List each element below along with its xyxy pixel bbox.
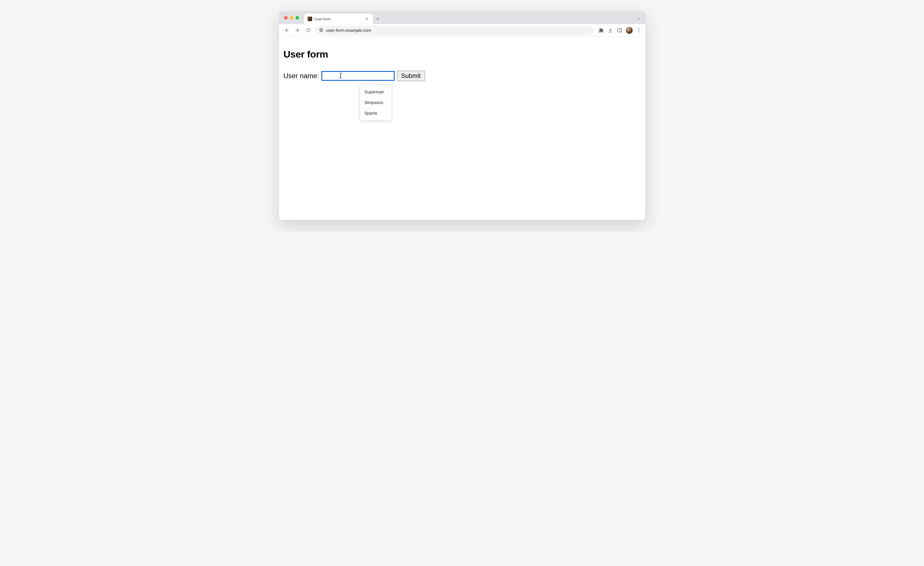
window-maximize-button[interactable]	[296, 16, 299, 20]
reload-button[interactable]	[304, 26, 313, 35]
user-form-row: User name: Submit Superman Simpsons Spar…	[284, 71, 641, 81]
address-bar[interactable]: user-form.example.com	[315, 26, 594, 35]
browser-tab[interactable]: User form ×	[304, 14, 373, 24]
chevron-down-icon: ⌄	[637, 15, 641, 20]
window-close-button[interactable]	[284, 16, 288, 20]
panel-icon	[617, 28, 622, 33]
username-label: User name:	[284, 72, 319, 80]
tab-title: User form	[315, 17, 362, 21]
menu-button[interactable]	[636, 27, 642, 33]
toolbar-actions	[596, 27, 642, 34]
extensions-button[interactable]	[598, 27, 604, 33]
url-text: user-form.example.com	[326, 28, 371, 33]
toolbar: user-form.example.com	[279, 24, 645, 37]
forward-button[interactable]	[293, 26, 302, 35]
autocomplete-item[interactable]: Superman	[360, 86, 392, 97]
window-controls	[279, 16, 299, 20]
arrow-left-icon	[284, 28, 289, 33]
sidepanel-button[interactable]	[616, 27, 622, 33]
favicon-icon	[308, 17, 312, 21]
page-content: User form User name: Submit Superman Sim…	[279, 37, 645, 220]
puzzle-icon	[598, 28, 604, 33]
window-minimize-button[interactable]	[290, 16, 293, 20]
downloads-button[interactable]	[608, 27, 613, 33]
autocomplete-dropdown: Superman Simpsons Sparta	[360, 84, 392, 120]
autocomplete-item[interactable]: Simpsons	[360, 97, 392, 108]
arrow-right-icon	[295, 28, 300, 33]
username-input[interactable]	[321, 71, 394, 81]
profile-avatar[interactable]	[626, 27, 633, 34]
back-button[interactable]	[282, 26, 291, 35]
autocomplete-item[interactable]: Sparta	[360, 108, 392, 118]
reload-icon	[306, 28, 311, 33]
close-tab-icon[interactable]: ×	[364, 17, 369, 21]
kebab-icon	[638, 28, 639, 32]
new-tab-button[interactable]: +	[376, 14, 380, 24]
titlebar: User form × + ⌄	[279, 12, 645, 24]
download-icon	[608, 28, 613, 33]
svg-rect-1	[618, 29, 621, 32]
page-title: User form	[284, 49, 641, 60]
tabstrip-overflow[interactable]: ⌄	[637, 15, 645, 20]
tab-strip: User form × +	[304, 12, 380, 24]
browser-window: User form × + ⌄ user-form.example.com	[279, 12, 645, 220]
globe-icon	[319, 28, 323, 33]
submit-button[interactable]: Submit	[397, 71, 425, 81]
